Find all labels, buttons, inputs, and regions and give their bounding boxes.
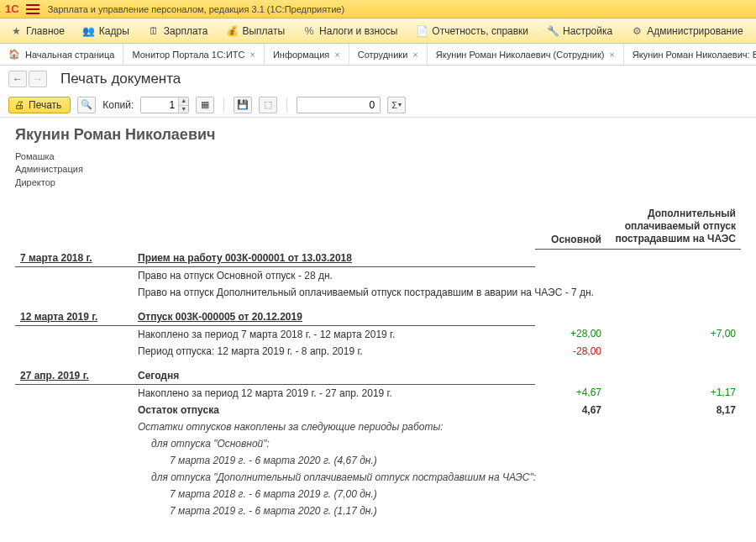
col-desc xyxy=(133,204,535,250)
note-line: 7 марта 2018 г. - 6 марта 2019 г. (7,00 … xyxy=(133,486,741,503)
menu-Кадры[interactable]: 👥Кадры xyxy=(80,23,133,39)
person-name: Якунин Роман Николаевич xyxy=(15,126,741,144)
chevron-down-icon: ▾ xyxy=(398,101,402,108)
section-title: Сегодня xyxy=(133,360,535,385)
tab[interactable]: Монитор Портала 1С:ИТС× xyxy=(123,44,264,65)
preview-button[interactable]: 🔍 xyxy=(77,97,96,113)
stepper-up-icon[interactable]: ▲ xyxy=(178,97,188,105)
tab[interactable]: Якунин Роман Николаевич: Все кадровые xyxy=(624,44,756,65)
export-button[interactable]: ⬚ xyxy=(259,97,277,113)
row-text: Накоплено за период 7 марта 2018 г. - 12… xyxy=(133,325,535,343)
wrench-icon: 🔧 xyxy=(547,25,559,37)
menu-Выплаты[interactable]: 💰Выплаты xyxy=(223,23,288,39)
menu-label: Зарплата xyxy=(164,25,208,37)
cell xyxy=(535,301,606,326)
printer-icon: 🖨 xyxy=(14,99,24,111)
menu-Отчетность, справки[interactable]: 📄Отчетность, справки xyxy=(412,23,532,39)
menu-Главное[interactable]: ★Главное xyxy=(7,23,68,39)
val-main: 4,67 xyxy=(535,402,606,418)
note-line: 7 марта 2019 г. - 6 марта 2020 г. (4,67 … xyxy=(133,452,741,469)
note-line: 7 марта 2019 г. - 6 марта 2020 г. (1,17 … xyxy=(133,503,741,519)
doc-icon: 📄 xyxy=(416,25,428,37)
section-line: Право на отпуск Основной отпуск - 28 дн. xyxy=(133,266,741,284)
percent-icon: % xyxy=(303,25,315,37)
cell xyxy=(15,486,133,503)
close-icon[interactable]: × xyxy=(334,50,339,60)
calc-icon: 🗓 xyxy=(148,25,160,37)
tab-label: Информация xyxy=(273,50,329,60)
row-text: Остаток отпуска xyxy=(133,402,535,418)
cell xyxy=(15,384,133,402)
print-button[interactable]: 🖨 Печать xyxy=(8,97,71,113)
main-menubar: ★Главное👥Кадры🗓Зарплата💰Выплаты%Налоги и… xyxy=(0,18,756,44)
menu-label: Налоги и взносы xyxy=(319,25,397,37)
menu-icon[interactable] xyxy=(26,4,39,14)
close-icon[interactable]: × xyxy=(609,50,614,60)
gear-icon: ⚙ xyxy=(631,25,643,37)
report-table: Основной Дополнительный оплачиваемый отп… xyxy=(15,204,741,519)
note-line: для отпуска "Дополнительный оплачиваемый… xyxy=(133,469,741,486)
app-title: Зарплата и управление персоналом, редакц… xyxy=(48,4,344,14)
stepper-down-icon[interactable]: ▼ xyxy=(178,105,188,113)
section-date: 7 марта 2018 г. xyxy=(15,250,133,267)
number-input[interactable] xyxy=(297,97,381,113)
cell xyxy=(606,301,741,326)
save-button[interactable]: 💾 xyxy=(234,97,252,113)
val-main: +4,67 xyxy=(535,384,606,402)
section-title: Отпуск 003К-000005 от 20.12.2019 xyxy=(133,301,535,326)
menu-Зарплата[interactable]: 🗓Зарплата xyxy=(144,23,212,39)
menu-label: Выплаты xyxy=(242,25,285,37)
cell xyxy=(15,503,133,519)
dept-name: Администрация xyxy=(15,163,741,176)
nav-row: ← → Печать документа xyxy=(0,66,756,92)
note-line: Остатки отпусков накоплены за следующие … xyxy=(133,418,741,435)
val-extra xyxy=(606,343,741,360)
tab[interactable]: 🏠Начальная страница xyxy=(0,44,123,65)
page-title: Печать документа xyxy=(60,71,181,87)
menu-label: Администрирование xyxy=(647,25,743,37)
cell xyxy=(15,452,133,469)
nav-forward-button[interactable]: → xyxy=(29,71,47,87)
menu-Налоги и взносы[interactable]: %Налоги и взносы xyxy=(300,23,401,39)
cell xyxy=(15,266,133,284)
copies-label: Копий: xyxy=(102,99,134,111)
val-extra: +7,00 xyxy=(606,325,741,343)
val-extra: 8,17 xyxy=(606,402,741,418)
nav-back-button[interactable]: ← xyxy=(8,71,27,87)
tab-label: Якунин Роман Николаевич (Сотрудник) xyxy=(436,50,605,60)
template-button[interactable]: ▦ xyxy=(196,97,214,113)
col-extra-header: Дополнительный оплачиваемый отпуск постр… xyxy=(606,204,741,250)
sum-button[interactable]: Σ▾ xyxy=(387,97,406,113)
document-body: Якунин Роман Николаевич Ромашка Админист… xyxy=(0,118,756,542)
excel-icon: ⬚ xyxy=(264,99,272,110)
copies-input[interactable] xyxy=(141,97,178,113)
note-line: для отпуска "Основной": xyxy=(133,435,741,452)
menu-label: Главное xyxy=(26,25,65,37)
section-line: Право на отпуск Дополнительный оплачивае… xyxy=(133,284,741,301)
section-date: 27 апр. 2019 г. xyxy=(15,360,133,385)
cell xyxy=(15,435,133,452)
home-icon: 🏠 xyxy=(8,49,20,60)
col-main-header: Основной xyxy=(535,204,606,250)
menu-label: Настройка xyxy=(563,25,612,37)
money-icon: 💰 xyxy=(226,25,238,37)
cell xyxy=(535,250,606,267)
section-title: Прием на работу 003К-000001 от 13.03.201… xyxy=(133,250,535,267)
close-icon[interactable]: × xyxy=(249,50,255,60)
tab[interactable]: Информация× xyxy=(265,44,349,65)
copies-stepper[interactable]: ▲▼ xyxy=(140,97,189,113)
cell xyxy=(15,343,133,360)
menu-Настройка[interactable]: 🔧Настройка xyxy=(543,23,616,39)
tabs-bar: 🏠Начальная страницаМонитор Портала 1С:ИТ… xyxy=(0,44,756,66)
tab[interactable]: Сотрудники× xyxy=(349,44,428,65)
app-logo: 1C xyxy=(5,3,19,15)
val-extra: +1,17 xyxy=(606,384,741,402)
position-name: Директор xyxy=(15,176,741,189)
col-date xyxy=(15,204,133,250)
val-main: -28,00 xyxy=(535,343,606,360)
tab[interactable]: Якунин Роман Николаевич (Сотрудник)× xyxy=(428,44,624,65)
menu-Администрирование[interactable]: ⚙Администрирование xyxy=(627,23,746,39)
org-name: Ромашка xyxy=(15,150,741,163)
close-icon[interactable]: × xyxy=(412,50,417,60)
print-label: Печать xyxy=(29,99,61,111)
